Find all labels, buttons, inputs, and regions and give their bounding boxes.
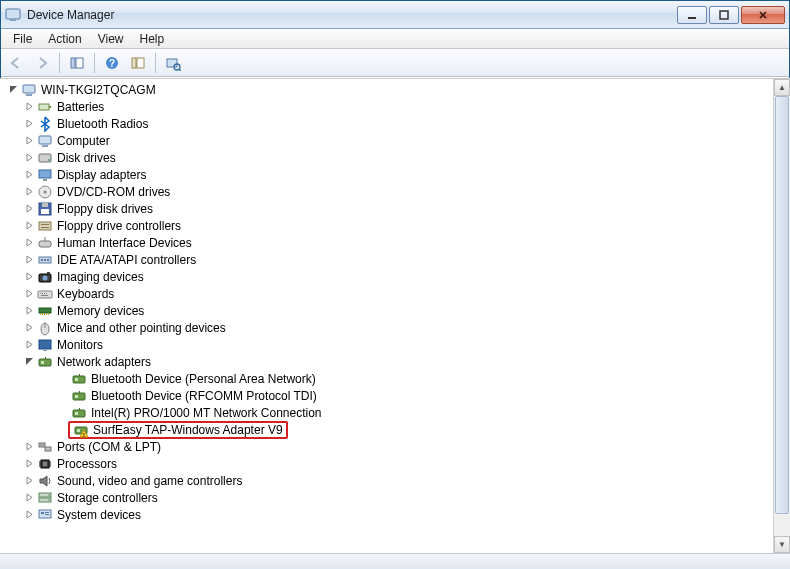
expand-icon[interactable] — [22, 269, 37, 284]
tree-category[interactable]: Floppy disk drives — [6, 200, 773, 217]
tree-device-highlighted[interactable]: ! SurfEasy TAP-Windows Adapter V9 — [6, 421, 773, 438]
scroll-track[interactable] — [774, 96, 790, 536]
toolbar-separator — [155, 53, 156, 73]
svg-rect-42 — [44, 293, 45, 294]
tree-category-label: Human Interface Devices — [57, 236, 192, 250]
collapse-icon[interactable] — [6, 82, 21, 97]
tree-device-label: Bluetooth Device (Personal Area Network) — [91, 372, 316, 386]
tree-device[interactable]: Intel(R) PRO/1000 MT Network Connection — [6, 404, 773, 421]
tree-category[interactable]: Monitors — [6, 336, 773, 353]
menu-help[interactable]: Help — [132, 30, 173, 48]
cdrom-icon — [37, 184, 53, 200]
tree-category[interactable]: IDE ATA/ATAPI controllers — [6, 251, 773, 268]
tree-category-label: Batteries — [57, 100, 104, 114]
back-button[interactable] — [5, 52, 27, 74]
menu-view[interactable]: View — [90, 30, 132, 48]
svg-point-37 — [43, 275, 48, 280]
tree-category[interactable]: Batteries — [6, 98, 773, 115]
expand-icon[interactable] — [22, 184, 37, 199]
expand-icon[interactable] — [22, 456, 37, 471]
menu-action[interactable]: Action — [40, 30, 89, 48]
tree-root[interactable]: WIN-TKGI2TQCAGM — [6, 81, 773, 98]
expand-icon[interactable] — [22, 507, 37, 522]
tree-category[interactable]: Mice and other pointing devices — [6, 319, 773, 336]
svg-rect-62 — [75, 395, 78, 398]
tree-category-label: Floppy drive controllers — [57, 219, 181, 233]
tree-category[interactable]: Memory devices — [6, 302, 773, 319]
scan-hardware-button[interactable] — [162, 52, 184, 74]
svg-rect-90 — [45, 514, 49, 515]
svg-point-20 — [48, 159, 50, 161]
expand-icon[interactable] — [22, 439, 37, 454]
tree-category[interactable]: DVD/CD-ROM drives — [6, 183, 773, 200]
expand-icon[interactable] — [22, 473, 37, 488]
computer-icon — [21, 82, 37, 98]
expand-icon[interactable] — [22, 286, 37, 301]
tree-category[interactable]: Storage controllers — [6, 489, 773, 506]
tree-category-label: Disk drives — [57, 151, 116, 165]
menu-file[interactable]: File — [5, 30, 40, 48]
expand-icon[interactable] — [22, 303, 37, 318]
maximize-button[interactable] — [709, 6, 739, 24]
svg-rect-3 — [720, 11, 728, 19]
svg-rect-9 — [137, 58, 144, 68]
tree-category[interactable]: Imaging devices — [6, 268, 773, 285]
svg-rect-33 — [41, 259, 43, 261]
expand-icon[interactable] — [22, 133, 37, 148]
bluetooth-icon — [37, 116, 53, 132]
scroll-thumb[interactable] — [775, 96, 789, 514]
tree-category[interactable]: System devices — [6, 506, 773, 523]
svg-rect-58 — [73, 376, 85, 383]
tree-device[interactable]: Bluetooth Device (RFCOMM Protocol TDI) — [6, 387, 773, 404]
network-icon — [37, 354, 53, 370]
vertical-scrollbar[interactable]: ▲ ▼ — [773, 79, 790, 553]
tree-category-label: Memory devices — [57, 304, 144, 318]
expand-icon[interactable] — [22, 218, 37, 233]
svg-point-86 — [48, 499, 50, 501]
expand-icon[interactable] — [22, 320, 37, 335]
expand-icon[interactable] — [22, 150, 37, 165]
svg-rect-57 — [45, 357, 46, 359]
tree-device[interactable]: Bluetooth Device (Personal Area Network) — [6, 370, 773, 387]
scroll-up-button[interactable]: ▲ — [774, 79, 790, 96]
expand-icon[interactable] — [22, 116, 37, 131]
expand-icon[interactable] — [22, 252, 37, 267]
minimize-button[interactable] — [677, 6, 707, 24]
tree-category[interactable]: Processors — [6, 455, 773, 472]
tree-category-label: Bluetooth Radios — [57, 117, 148, 131]
svg-rect-54 — [43, 350, 47, 351]
forward-button[interactable] — [31, 52, 53, 74]
properties-button[interactable] — [127, 52, 149, 74]
svg-rect-17 — [39, 136, 51, 144]
svg-rect-16 — [49, 106, 51, 108]
tree-category[interactable]: Computer — [6, 132, 773, 149]
expand-icon[interactable] — [22, 201, 37, 216]
tree-category-label: Imaging devices — [57, 270, 144, 284]
expand-icon[interactable] — [22, 167, 37, 182]
show-hide-tree-button[interactable] — [66, 52, 88, 74]
scroll-down-button[interactable]: ▼ — [774, 536, 790, 553]
device-tree[interactable]: WIN-TKGI2TQCAGM Batteries Bluetooth Radi… — [0, 79, 773, 553]
tree-category[interactable]: Ports (COM & LPT) — [6, 438, 773, 455]
expand-icon[interactable] — [22, 490, 37, 505]
svg-rect-31 — [39, 241, 51, 247]
tree-category[interactable]: Network adapters — [6, 353, 773, 370]
tree-category[interactable]: Sound, video and game controllers — [6, 472, 773, 489]
tree-category[interactable]: Disk drives — [6, 149, 773, 166]
expand-icon[interactable] — [22, 235, 37, 250]
tree-category[interactable]: Human Interface Devices — [6, 234, 773, 251]
tree-category[interactable]: Keyboards — [6, 285, 773, 302]
tree-category[interactable]: Display adapters — [6, 166, 773, 183]
tree-category-label: Storage controllers — [57, 491, 158, 505]
svg-point-74 — [42, 444, 43, 445]
expand-icon[interactable] — [22, 337, 37, 352]
svg-rect-4 — [71, 58, 75, 68]
close-button[interactable] — [741, 6, 785, 24]
collapse-icon[interactable] — [22, 354, 37, 369]
titlebar: Device Manager — [1, 1, 789, 29]
tree-category[interactable]: Bluetooth Radios — [6, 115, 773, 132]
tree-category[interactable]: Floppy drive controllers — [6, 217, 773, 234]
help-button[interactable]: ? — [101, 52, 123, 74]
highlight-box: ! SurfEasy TAP-Windows Adapter V9 — [68, 421, 288, 439]
expand-icon[interactable] — [22, 99, 37, 114]
